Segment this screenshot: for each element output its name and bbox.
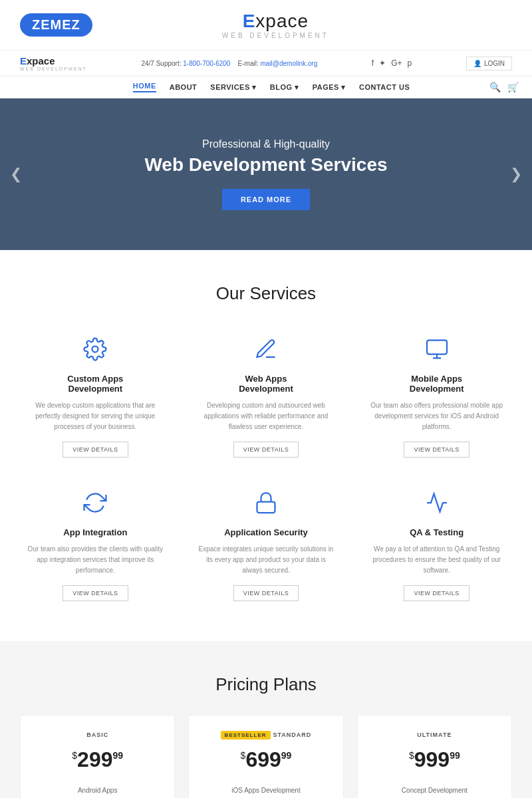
- service-card-qa-testing: QA & Testing We pay a lot of attention t…: [361, 484, 512, 608]
- twitter-icon[interactable]: ✦: [379, 59, 386, 68]
- service-card-mobile-apps: Mobile AppsDevelopment Our team also off…: [361, 331, 512, 464]
- service-card-app-security: Application Security Expace integrates u…: [191, 484, 342, 608]
- plan-label-standard: BESTSELLERSTANDARD: [200, 732, 332, 738]
- service-desc-qa-testing: We pay a lot of attention to QA and Test…: [368, 544, 505, 576]
- hero-cta-button[interactable]: READ MORE: [222, 189, 310, 210]
- hero-section: ❮ Professional & High-quality Web Develo…: [0, 98, 532, 250]
- support-label: 24/7 Support:: [141, 60, 181, 67]
- service-card-custom-apps: Custom AppsDevelopment We develop custom…: [20, 331, 171, 464]
- nav-bar: HOME ABOUT SERVICES ▾ BLOG ▾ PAGES ▾ CON…: [0, 76, 532, 98]
- contact-info: 24/7 Support: 1-800-700-6200 E-mail: mai…: [141, 60, 317, 67]
- service-name-app-integration: App Integration: [27, 527, 164, 537]
- lock-icon: [198, 491, 335, 519]
- nav-right: 🔍 🛒: [489, 82, 519, 92]
- view-details-app-integration[interactable]: VIEW DETAILS: [63, 585, 128, 601]
- google-icon[interactable]: G+: [391, 59, 402, 68]
- hero-overlay: ❮ Professional & High-quality Web Develo…: [0, 98, 532, 250]
- pricing-card-standard: BESTSELLERSTANDARD $69999 iOS Apps Devel…: [188, 715, 343, 798]
- service-desc-mobile-apps: Our team also offers professional mobile…: [368, 400, 505, 432]
- brand-center: Expace WEB DEVELOPMENT: [222, 11, 329, 39]
- price-standard: $69999: [200, 747, 332, 772]
- plan-features-ultimate: Concept DevelopmentUI DesignSoftware Qua…: [368, 784, 501, 798]
- plan-features-standard: iOS Apps DevelopmentQA AutomationCustom …: [200, 784, 332, 798]
- nav-logo-small: Expace WEB DEVELOPMENT: [20, 55, 87, 71]
- pinterest-icon[interactable]: p: [408, 59, 412, 68]
- refresh-icon: [27, 491, 164, 519]
- service-desc-app-integration: Our team also provides the clients with …: [27, 544, 164, 576]
- hero-next-arrow[interactable]: ❯: [510, 166, 522, 183]
- pricing-cards: BASIC $29999 Android AppsUX DesignApplic…: [20, 715, 512, 798]
- view-details-app-security[interactable]: VIEW DETAILS: [233, 585, 299, 601]
- service-desc-custom-apps: We develop custom applications that are …: [27, 400, 164, 432]
- nav-blog[interactable]: BLOG ▾: [270, 83, 299, 92]
- svg-point-0: [92, 346, 98, 352]
- pencil-icon: [198, 337, 335, 366]
- gear-icon: [27, 337, 164, 366]
- social-icons: f ✦ G+ p: [372, 59, 412, 68]
- services-section: Our Services Custom AppsDevelopment We d…: [0, 250, 532, 641]
- pricing-section: Pricing Plans BASIC $29999 Android AppsU…: [0, 641, 532, 798]
- email-label: E-mail:: [238, 60, 259, 67]
- chart-icon: [368, 491, 505, 519]
- plan-label-ultimate: ULTIMATE: [368, 732, 501, 738]
- service-card-app-integration: App Integration Our team also provides t…: [20, 484, 171, 608]
- phone-link[interactable]: 1-800-700-6200: [183, 60, 230, 67]
- services-title: Our Services: [20, 283, 512, 304]
- nav-home[interactable]: HOME: [133, 82, 156, 92]
- hero-subtitle: Professional & High-quality: [40, 138, 492, 150]
- svg-rect-1: [427, 340, 447, 354]
- hero-prev-arrow[interactable]: ❮: [10, 166, 22, 183]
- hero-title: Web Development Services: [40, 154, 492, 176]
- service-name-qa-testing: QA & Testing: [368, 527, 505, 537]
- plan-label-basic: BASIC: [31, 732, 164, 738]
- view-details-mobile-apps[interactable]: VIEW DETAILS: [404, 442, 469, 458]
- monitor-icon: [368, 337, 505, 366]
- zemez-badge: ZEMEZ: [20, 13, 92, 37]
- view-details-custom-apps[interactable]: VIEW DETAILS: [63, 442, 128, 458]
- service-name-app-security: Application Security: [198, 527, 335, 537]
- nav-links: HOME ABOUT SERVICES ▾ BLOG ▾ PAGES ▾ CON…: [133, 82, 410, 92]
- brand-sub: WEB DEVELOPMENT: [222, 32, 329, 39]
- pricing-card-ultimate: ULTIMATE $99999 Concept DevelopmentUI De…: [357, 715, 512, 798]
- service-desc-app-security: Expace integrates unique security soluti…: [198, 544, 335, 576]
- nav-contact[interactable]: CONTACT US: [359, 83, 410, 91]
- plan-features-basic: Android AppsUX DesignApplication Mainten…: [31, 784, 164, 798]
- nav-logo-sub: WEB DEVELOPMENT: [20, 66, 87, 71]
- svg-rect-4: [257, 502, 275, 513]
- zemez-logo[interactable]: ZEMEZ: [20, 13, 92, 37]
- services-grid: Custom AppsDevelopment We develop custom…: [20, 331, 512, 608]
- service-card-web-apps: Web AppsDevelopment Developing custom an…: [191, 331, 342, 464]
- login-button[interactable]: 👤 LOGIN: [466, 57, 512, 70]
- service-name-custom-apps: Custom AppsDevelopment: [27, 374, 164, 394]
- facebook-icon[interactable]: f: [372, 59, 374, 68]
- search-icon[interactable]: 🔍: [489, 82, 501, 92]
- view-details-qa-testing[interactable]: VIEW DETAILS: [404, 585, 469, 601]
- price-ultimate: $99999: [368, 747, 501, 772]
- service-desc-web-apps: Developing custom and outsourced web app…: [198, 400, 335, 432]
- price-basic: $29999: [31, 747, 164, 772]
- pricing-card-basic: BASIC $29999 Android AppsUX DesignApplic…: [20, 715, 175, 798]
- pricing-title: Pricing Plans: [20, 674, 512, 695]
- nav-pages[interactable]: PAGES ▾: [313, 83, 346, 92]
- user-icon: 👤: [473, 60, 481, 67]
- email-link[interactable]: mail@demolink.org: [260, 60, 317, 67]
- nav-about[interactable]: ABOUT: [170, 83, 198, 91]
- brand-header: ZEMEZ Expace WEB DEVELOPMENT: [0, 0, 532, 51]
- service-name-web-apps: Web AppsDevelopment: [198, 374, 335, 394]
- view-details-web-apps[interactable]: VIEW DETAILS: [233, 442, 299, 458]
- brand-name: Expace: [222, 11, 329, 32]
- cart-icon[interactable]: 🛒: [507, 82, 519, 92]
- service-name-mobile-apps: Mobile AppsDevelopment: [368, 374, 505, 394]
- bestseller-badge: BESTSELLER: [221, 731, 271, 739]
- nav-services[interactable]: SERVICES ▾: [210, 83, 257, 92]
